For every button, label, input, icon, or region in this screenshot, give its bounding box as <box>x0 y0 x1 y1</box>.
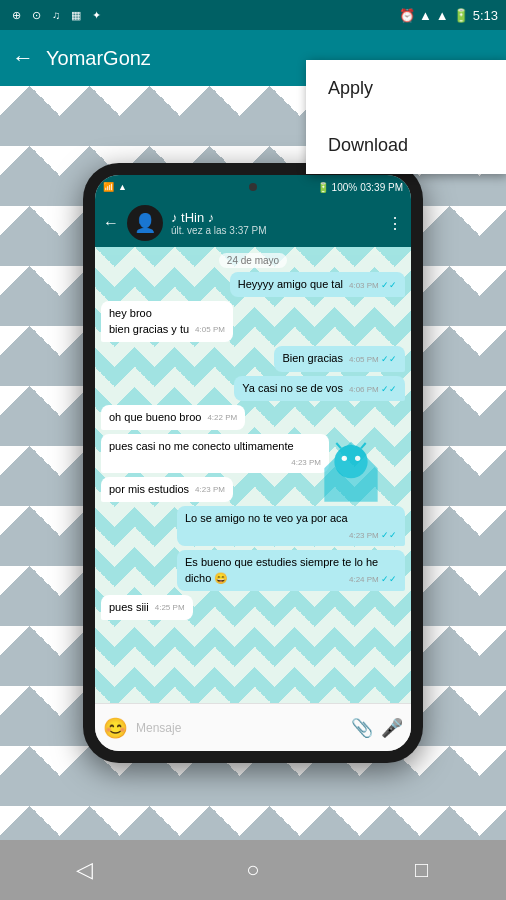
msg-time-9: 4:24 PM ✓✓ <box>349 573 397 586</box>
msg-check-1: ✓✓ <box>381 280 397 290</box>
phone-signal-icon: ▲ <box>118 182 127 192</box>
status-bar: ⊕ ⊙ ♫ ▦ ✦ ⏰ ▲ ▲ 🔋 5:13 <box>0 0 506 30</box>
message-6: pues casi no me conecto ultimamente 4:23… <box>101 434 329 473</box>
download-menu-item[interactable]: Download <box>306 117 506 174</box>
msg-time-4: 4:06 PM ✓✓ <box>349 383 397 396</box>
message-3: Bien gracias 4:05 PM ✓✓ <box>274 346 405 371</box>
alarm-icon: ⏰ <box>399 8 415 23</box>
contact-avatar: 👤 <box>127 205 163 241</box>
chat-date: 24 de mayo <box>219 253 287 268</box>
msg-text-10: pues siii <box>109 601 149 613</box>
msg-time-8: 4:23 PM ✓✓ <box>349 529 397 542</box>
phone-camera <box>249 183 257 191</box>
back-button[interactable]: ← <box>12 45 34 71</box>
nav-back-button[interactable]: ◁ <box>64 850 104 890</box>
phone-time: 03:39 PM <box>360 182 403 193</box>
contact-info: ♪ tHin ♪ últ. vez a las 3:37 PM <box>171 210 379 236</box>
mic-button[interactable]: 🎤 <box>381 717 403 739</box>
svg-line-4 <box>336 443 341 448</box>
phone-screen: 📶 ▲ 🔋 100% 03:39 PM ← 👤 ♪ tHin ♪ últ. ve… <box>95 175 411 751</box>
msg-time-1: 4:03 PM ✓✓ <box>349 279 397 292</box>
dots-icon: ⊙ <box>28 7 44 23</box>
android-decoration <box>311 435 391 515</box>
nav-recent-button[interactable]: □ <box>402 850 442 890</box>
msg-text-5: oh que bueno broo <box>109 411 201 423</box>
message-1: Heyyyy amigo que tal 4:03 PM ✓✓ <box>230 272 405 297</box>
msg-time-5: 4:22 PM <box>207 412 237 423</box>
phone-battery: 🔋 <box>317 182 329 193</box>
chat-area: 24 de mayo Heyyyy amigo que tal 4:03 PM … <box>95 247 411 703</box>
nav-home-button[interactable]: ○ <box>233 850 273 890</box>
svg-point-1 <box>334 445 367 478</box>
status-left-icons: ⊕ ⊙ ♫ ▦ ✦ <box>8 7 104 23</box>
svg-point-2 <box>342 456 347 461</box>
status-right: ⏰ ▲ ▲ 🔋 5:13 <box>399 8 498 23</box>
wifi-icon: ▲ <box>419 8 432 23</box>
message-5: oh que bueno broo 4:22 PM <box>101 405 245 430</box>
more-options-button[interactable]: ⋮ <box>387 214 403 233</box>
msg-text-4: Ya casi no se de vos <box>242 382 343 394</box>
svg-line-5 <box>361 443 366 448</box>
msg-time-10: 4:25 PM <box>155 602 185 613</box>
phone-status-right: 🔋 100% 03:39 PM <box>317 182 403 193</box>
contact-status: últ. vez a las 3:37 PM <box>171 225 379 236</box>
message-10: pues siii 4:25 PM <box>101 595 193 620</box>
grid-icon: ▦ <box>68 7 84 23</box>
msg-text-2: hey broobien gracias y tu <box>109 307 189 334</box>
msg-text-1: Heyyyy amigo que tal <box>238 278 343 290</box>
msg-text-3: Bien gracias <box>282 352 343 364</box>
message-7: por mis estudios 4:23 PM <box>101 477 233 502</box>
nav-bar: ◁ ○ □ <box>0 840 506 900</box>
message-2: hey broobien gracias y tu 4:05 PM <box>101 301 233 342</box>
svg-point-3 <box>355 456 360 461</box>
msg-time-3: 4:05 PM ✓✓ <box>349 353 397 366</box>
phone-chat-header: ← 👤 ♪ tHin ♪ últ. vez a las 3:37 PM ⋮ <box>95 199 411 247</box>
msg-check-9: ✓✓ <box>381 574 397 584</box>
message-input-placeholder[interactable]: Mensaje <box>136 721 343 735</box>
phone-back-button[interactable]: ← <box>103 214 119 232</box>
msg-text-7: por mis estudios <box>109 483 189 495</box>
phone-battery-percent: 100% <box>332 182 358 193</box>
app-toolbar: ← YomarGonz Apply Download <box>0 30 506 86</box>
emoji-button[interactable]: 😊 <box>103 716 128 740</box>
msg-time-7: 4:23 PM <box>195 484 225 495</box>
signal-icon: ▲ <box>436 8 449 23</box>
battery-icon: 🔋 <box>453 8 469 23</box>
apply-menu-item[interactable]: Apply <box>306 60 506 117</box>
message-9: Es bueno que estudies siempre te lo he d… <box>177 550 405 591</box>
msg-check-8: ✓✓ <box>381 530 397 540</box>
notification-icon: ⊕ <box>8 7 24 23</box>
phone-mockup: 📶 ▲ 🔋 100% 03:39 PM ← 👤 ♪ tHin ♪ últ. ve… <box>83 163 423 763</box>
contact-name: ♪ tHin ♪ <box>171 210 379 225</box>
android-icon: ✦ <box>88 7 104 23</box>
msg-time-2: 4:05 PM <box>195 324 225 335</box>
msg-check-4: ✓✓ <box>381 384 397 394</box>
chat-input-bar: 😊 Mensaje 📎 🎤 <box>95 703 411 751</box>
phone-status-left: 📶 ▲ <box>103 182 127 192</box>
message-4: Ya casi no se de vos 4:06 PM ✓✓ <box>234 376 405 401</box>
attach-button[interactable]: 📎 <box>351 717 373 739</box>
main-content: 📶 ▲ 🔋 100% 03:39 PM ← 👤 ♪ tHin ♪ últ. ve… <box>0 86 506 840</box>
msg-text-6: pues casi no me conecto ultimamente <box>109 440 294 452</box>
spotify-icon: ♫ <box>48 7 64 23</box>
msg-check-3: ✓✓ <box>381 354 397 364</box>
dropdown-menu: Apply Download <box>306 60 506 174</box>
time-display: 5:13 <box>473 8 498 23</box>
phone-wifi-icon: 📶 <box>103 182 114 192</box>
